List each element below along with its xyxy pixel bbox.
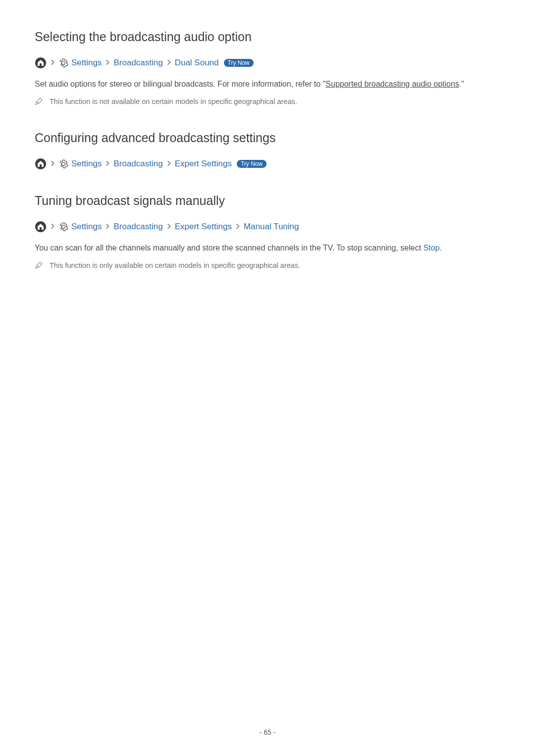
gear-icon[interactable] xyxy=(58,159,68,169)
breadcrumb-expert-settings[interactable]: Expert Settings xyxy=(175,159,232,169)
breadcrumb-dual-sound[interactable]: Dual Sound xyxy=(175,58,219,68)
chevron-right-icon xyxy=(51,160,54,168)
body-text-suffix: . xyxy=(439,244,441,252)
note-text: This function is not available on certai… xyxy=(50,97,297,107)
breadcrumb-expert-settings[interactable]: Expert Settings xyxy=(175,222,232,232)
breadcrumb-broadcasting[interactable]: Broadcasting xyxy=(113,159,162,169)
chevron-right-icon xyxy=(106,59,109,67)
home-icon[interactable] xyxy=(35,158,47,170)
body-text: You can scan for all the channels manual… xyxy=(35,242,500,254)
breadcrumb: Settings Broadcasting Expert Settings Ma… xyxy=(35,221,500,233)
note-row: This function is not available on certai… xyxy=(35,97,500,107)
section-advanced-settings: Configuring advanced broadcasting settin… xyxy=(35,131,500,170)
link-stop[interactable]: Stop xyxy=(424,244,440,252)
pencil-icon xyxy=(35,261,43,269)
body-text: Set audio options for stereo or bilingua… xyxy=(35,78,500,91)
body-text-prefix: You can scan for all the channels manual… xyxy=(35,244,424,252)
chevron-right-icon xyxy=(106,160,109,168)
try-now-badge[interactable]: Try Now xyxy=(237,160,267,168)
try-now-badge[interactable]: Try Now xyxy=(224,59,254,67)
chevron-right-icon xyxy=(167,59,171,67)
chevron-right-icon xyxy=(51,223,54,231)
pencil-icon xyxy=(35,98,43,105)
breadcrumb: Settings Broadcasting Expert Settings Tr… xyxy=(35,158,500,170)
link-supported-audio[interactable]: Supported broadcasting audio options xyxy=(325,80,459,88)
breadcrumb-broadcasting[interactable]: Broadcasting xyxy=(113,222,162,232)
breadcrumb-manual-tuning[interactable]: Manual Tuning xyxy=(244,222,299,232)
chevron-right-icon xyxy=(167,223,171,231)
note-text: This function is only available on certa… xyxy=(50,260,300,271)
section-heading: Tuning broadcast signals manually xyxy=(35,194,500,208)
section-audio-option: Selecting the broadcasting audio option … xyxy=(35,30,500,107)
breadcrumb-settings[interactable]: Settings xyxy=(71,58,102,68)
body-text-suffix: ." xyxy=(459,80,464,88)
chevron-right-icon xyxy=(167,160,171,168)
section-heading: Selecting the broadcasting audio option xyxy=(35,30,500,44)
chevron-right-icon xyxy=(106,223,109,231)
home-icon[interactable] xyxy=(35,57,47,69)
note-row: This function is only available on certa… xyxy=(35,260,500,271)
page-number: - 65 - xyxy=(0,728,535,736)
body-text-prefix: Set audio options for stereo or bilingua… xyxy=(35,80,325,88)
gear-icon[interactable] xyxy=(58,222,68,232)
breadcrumb-settings[interactable]: Settings xyxy=(71,159,102,169)
section-heading: Configuring advanced broadcasting settin… xyxy=(35,131,500,145)
home-icon[interactable] xyxy=(35,221,47,233)
chevron-right-icon xyxy=(51,59,54,67)
breadcrumb-settings[interactable]: Settings xyxy=(71,222,102,232)
chevron-right-icon xyxy=(236,223,240,231)
gear-icon[interactable] xyxy=(58,58,68,68)
section-manual-tuning: Tuning broadcast signals manually Settin… xyxy=(35,194,500,271)
breadcrumb: Settings Broadcasting Dual Sound Try Now xyxy=(35,57,500,69)
breadcrumb-broadcasting[interactable]: Broadcasting xyxy=(113,58,162,68)
